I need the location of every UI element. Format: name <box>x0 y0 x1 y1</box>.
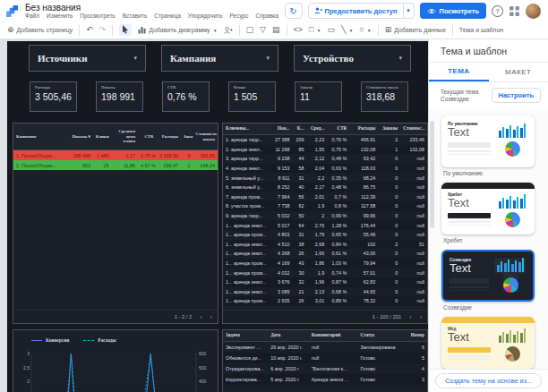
table-row[interactable]: 1... аренда пром...4 169431,861,03 %79,9… <box>223 259 427 268</box>
apps-grid-icon[interactable] <box>509 5 520 17</box>
table-row[interactable]: 1... аренда пром...2 935263,010,89 %78,3… <box>223 296 427 306</box>
customize-theme-button[interactable]: Настроить <box>492 88 542 103</box>
text-tool-icon[interactable]: ▭ <box>327 26 335 34</box>
column-header[interactable]: Сред... <box>306 126 327 132</box>
menu-item[interactable]: Справка <box>255 13 278 20</box>
share-split-button[interactable]: Предоставить доступ ▼ <box>308 3 415 19</box>
column-header[interactable]: Ключевы... <box>223 126 270 132</box>
filter-dropdown[interactable]: Кампания▾ <box>161 45 278 72</box>
timeseries-chart[interactable]: КонверсииРасходы 36002,550024001,5300120… <box>13 329 218 392</box>
column-header[interactable]: Статус <box>357 333 402 338</box>
filter-dropdown[interactable]: Устройство▾ <box>294 45 411 72</box>
menu-item[interactable]: Просмотреть <box>80 13 115 20</box>
column-header[interactable]: К... <box>293 126 307 132</box>
table-row[interactable]: 3. аренда терр...9 238442,120,48 %93,420… <box>223 154 427 164</box>
line-tool-button[interactable]: ╲ ▼ <box>341 26 353 34</box>
table-row[interactable]: Корректирова...5 апр. 2020 г.Аренда земл… <box>223 374 427 385</box>
table-row[interactable]: Обновился ди...10 апр. 2020 г.nullГотово… <box>223 353 427 363</box>
menu-item[interactable]: Файл <box>25 13 39 20</box>
view-button[interactable]: Посмотреть <box>420 3 487 19</box>
table-row[interactable]: Отредактирова...6 апр. 2020 г."Бесплатна… <box>223 363 427 374</box>
table-row[interactable]: 1. Поиск/Общая...198 4881 4802,170,75 %3… <box>13 150 218 160</box>
column-header[interactable]: CTR <box>327 126 349 132</box>
menu-item[interactable]: Упорядочить <box>188 13 223 20</box>
theme-card-default[interactable]: По умолчанию Text <box>441 115 535 167</box>
column-header[interactable]: Заказы <box>181 134 193 140</box>
table-row[interactable]: Эксперимент ...26 апр. 2020 г.nullЗаплан… <box>223 342 427 353</box>
scrollbar-thumb[interactable] <box>430 121 434 228</box>
column-header[interactable]: Показы ▾ <box>66 134 93 140</box>
page-next-icon[interactable]: › <box>210 314 212 320</box>
add-data-button[interactable]: ⊞ Добавить данные <box>385 26 446 34</box>
menu-item[interactable]: Страница <box>154 13 180 20</box>
table-row[interactable]: 1. аренда терр...27 3882092,230,76 %466,… <box>223 135 427 145</box>
share-dropdown-caret[interactable]: ▼ <box>403 4 414 18</box>
column-header[interactable]: Стоимос... <box>400 126 427 132</box>
column-header[interactable]: Номер <box>403 333 427 338</box>
table-row[interactable]: 1... аренда земл...5 017642,761,28 %176,… <box>223 220 427 230</box>
refresh-button[interactable]: ↻ <box>285 3 303 19</box>
help-icon[interactable]: ? <box>492 5 503 17</box>
scorecard[interactable]: Стоимость заказа318,68 <box>361 81 408 112</box>
column-header[interactable]: Расходы <box>349 126 378 132</box>
redo-icon[interactable]: ↷ <box>99 26 107 34</box>
campaign-table[interactable]: КампанияПоказы ▾КликиСредняя цена кликаC… <box>13 123 218 324</box>
report-canvas[interactable]: Источники▾Кампания▾Устройство▾ Расходы3 … <box>7 41 428 392</box>
keywords-table[interactable]: Ключевы...Пок...К...Сред...CTRРасходыЗак… <box>222 123 428 324</box>
table-row[interactable]: 2. аренда земл...11 298851,550,75 %132,0… <box>223 145 427 155</box>
shape-tool-button[interactable]: ○ ▼ <box>359 26 371 34</box>
document-title[interactable]: Без названия <box>25 3 278 13</box>
theme-card-constellation[interactable]: Созвездие Text <box>441 250 535 302</box>
page-prev-icon[interactable]: ‹ <box>409 314 411 320</box>
column-header[interactable]: Средняя цена клика <box>111 129 138 144</box>
theme-layout-button[interactable]: Тема и шаблон <box>459 27 503 33</box>
user-avatar[interactable] <box>526 4 541 19</box>
table-row[interactable]: 1... аренда земл...4 268261,660,61 %43,0… <box>223 249 427 259</box>
theme-card-honey[interactable]: Мёд Text <box>441 317 535 369</box>
date-range-icon[interactable]: ▢ <box>246 26 254 34</box>
column-header[interactable]: Дата <box>268 333 309 338</box>
tab-layout[interactable]: МАКЕТ <box>489 63 548 81</box>
undo-icon[interactable]: ↶ <box>86 26 93 34</box>
filter-dropdown[interactable]: Источники▾ <box>29 45 146 72</box>
scorecard[interactable]: CTR0,76 % <box>162 81 210 112</box>
page-next-icon[interactable]: › <box>420 314 422 320</box>
filter-icon[interactable]: ▽ <box>260 26 266 34</box>
table-row[interactable]: 8. участок пром...7 738621,90,8 %117,580… <box>223 201 427 211</box>
table-row[interactable]: 1... аренда земл...3 089212,130,68 %44,6… <box>223 287 427 297</box>
table-row[interactable]: 1... аренда пром...4 032301,90,74 %57,01… <box>223 268 427 277</box>
table-row[interactable]: 9. аренда терр...5 0325020,99 %99,960nul… <box>223 211 427 221</box>
table-row[interactable]: 2. Поиск/Общая...5032511,864,97 %296,472… <box>13 160 218 170</box>
table-row[interactable]: 5. земельный у...8 911312,20,35 %68,240n… <box>223 173 427 183</box>
table-row[interactable]: 6. земельный у...8 252402,170,48 %86,750… <box>223 183 427 192</box>
table-row[interactable]: 4. аренда земл...9 153582,040,63 %118,03… <box>223 164 427 174</box>
page-prev-icon[interactable]: ‹ <box>200 314 201 320</box>
table-row[interactable]: 7. аренда пром...7 964562,010,7 %112,390… <box>223 192 427 202</box>
menu-item[interactable]: Изменить <box>47 13 73 20</box>
column-header[interactable]: Пок... <box>270 126 292 132</box>
add-chart-button[interactable]: Добавить диаграмму ▼ <box>138 26 217 34</box>
data-control-icon[interactable]: ▤ <box>272 26 280 34</box>
column-header[interactable]: Заказы <box>378 126 400 132</box>
tasks-table[interactable]: ЗадачаДатаКомментарийСтатусНомер Экспери… <box>222 329 428 392</box>
image-tool-button[interactable]: □ ▼ <box>309 26 321 34</box>
select-tool-button[interactable] <box>119 24 132 36</box>
column-header[interactable]: Задача <box>223 333 268 338</box>
scorecard[interactable]: Показы198 991 <box>96 81 143 112</box>
theme-list-scrollbar[interactable] <box>430 112 434 369</box>
scorecard[interactable]: Заказы11 <box>295 81 342 112</box>
table-row[interactable]: 1... аренда пром...4 803311,790,65 %55,4… <box>223 230 427 240</box>
column-header[interactable]: Кампания <box>13 134 66 140</box>
column-header[interactable]: Расходы <box>157 134 181 140</box>
theme-card-ridge[interactable]: Хребет Text <box>441 183 535 234</box>
column-header[interactable]: Стоимость заказа <box>193 132 218 141</box>
table-row[interactable]: 1... аренда земл...3 676321,960,87 %62,8… <box>223 277 427 287</box>
scorecard[interactable]: Расходы3 505,46 <box>30 81 77 112</box>
table-row[interactable]: 1... аренда земл...4 510382,680,84 %1022… <box>223 240 427 250</box>
column-header[interactable]: Клики <box>93 134 112 140</box>
column-header[interactable]: CTR <box>138 134 157 140</box>
embed-icon[interactable]: <> <box>294 26 304 34</box>
column-header[interactable]: Комментарий <box>309 333 358 338</box>
add-control-button[interactable] <box>224 27 233 34</box>
create-theme-button[interactable]: Создать тему на основе из... <box>435 373 542 388</box>
